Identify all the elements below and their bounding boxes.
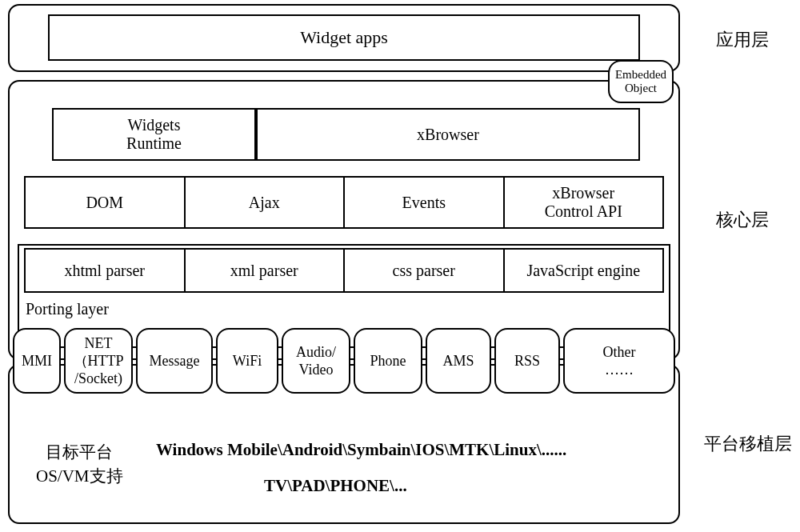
mid-row: DOM Ajax Events xBrowser Control API [24,176,664,229]
module-phone: Phone [354,328,422,394]
net-l3: /Socket) [67,370,130,387]
label-platform-layer: 平台移植层 [704,432,792,456]
widget-apps-box: Widget apps [48,14,640,61]
modules-row: MMI NET （HTTP /Socket) Message WiFi Audi… [13,328,675,394]
ajax-box: Ajax [186,176,346,229]
xhtml-parser-box: xhtml parser [24,248,186,293]
embedded-object-l2: Object [610,82,672,95]
other-l2: …… [566,361,672,378]
module-message: Message [136,328,213,394]
module-rss: RSS [494,328,560,394]
events-box: Events [345,176,505,229]
widgets-runtime-l1: Widgets [54,116,254,134]
xbrowser-api-l1: xBrowser [505,184,663,202]
os-vm-support: 目标平台 OS/VM支持 [36,440,123,488]
net-l2: （HTTP [67,352,130,370]
xbrowser-box: xBrowser [256,108,640,161]
platforms-list-1: Windows Mobile\Android\Symbain\IOS\MTK\L… [156,440,566,460]
css-parser-box: css parser [345,248,505,293]
parser-row: xhtml parser xml parser css parser JavaS… [24,248,664,293]
module-net: NET （HTTP /Socket) [64,328,133,394]
js-engine-box: JavaScript engine [505,248,665,293]
widgets-runtime-box: Widgets Runtime [52,108,256,161]
widgets-runtime-l2: Runtime [54,134,254,153]
runtime-row: Widgets Runtime xBrowser [52,108,640,161]
module-mmi: MMI [13,328,61,394]
embedded-object-l1: Embedded [610,68,672,82]
xbrowser-api-l2: Control API [505,202,663,221]
av-l1: Audio/ [285,343,347,361]
xbrowser-api-box: xBrowser Control API [505,176,665,229]
xml-parser-box: xml parser [186,248,346,293]
module-audio-video: Audio/ Video [282,328,350,394]
av-l2: Video [285,361,347,378]
module-ams: AMS [426,328,491,394]
embedded-object-pill: Embedded Object [608,60,674,103]
platforms-list-2: TV\PAD\PHONE\... [264,476,407,496]
net-l1: NET [67,334,130,352]
architecture-diagram: Widget apps Embedded Object Widgets Runt… [8,4,680,524]
label-core-layer: 核心层 [716,208,769,232]
other-l1: Other [566,343,672,361]
porting-layer-label: Porting layer [26,300,109,318]
module-wifi: WiFi [216,328,278,394]
os-support-l1: 目标平台 [36,440,123,464]
label-application-layer: 应用层 [716,28,769,52]
module-other: Other …… [563,328,675,394]
os-support-l2: OS/VM支持 [36,464,123,488]
dom-box: DOM [24,176,186,229]
